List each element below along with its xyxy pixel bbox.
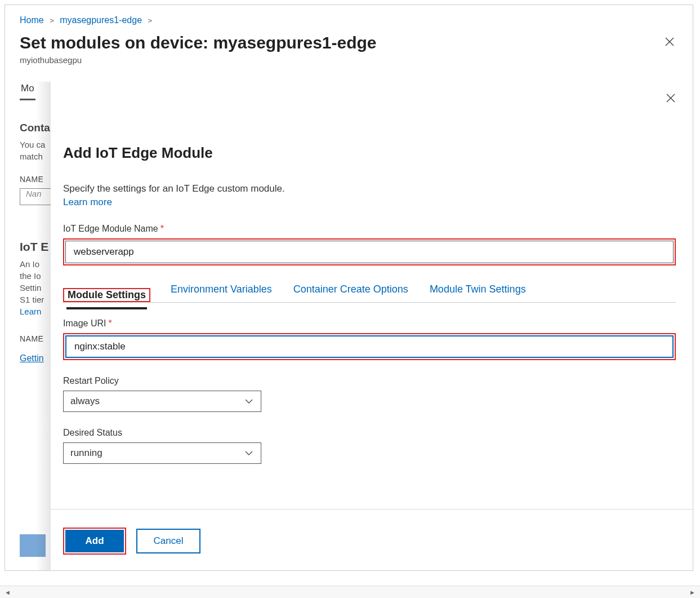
chevron-down-icon (244, 448, 254, 458)
add-module-panel: Add IoT Edge Module Specify the settings… (51, 82, 693, 571)
breadcrumb-home[interactable]: Home (20, 15, 44, 25)
required-indicator: * (108, 318, 112, 328)
breadcrumb-device[interactable]: myasegpures1-edge (60, 15, 142, 25)
panel-title: Add IoT Edge Module (63, 144, 676, 162)
module-name-highlight (63, 238, 676, 265)
desired-status-value: running (70, 448, 102, 459)
panel-shadow (35, 82, 51, 571)
tab-module-settings-highlight: Module Settings (63, 288, 150, 302)
image-uri-highlight (63, 333, 676, 360)
panel-footer: Add Cancel (51, 509, 693, 571)
scroll-right-arrow[interactable]: ► (687, 589, 698, 596)
restart-policy-label: Restart Policy (63, 376, 676, 386)
desired-status-label: Desired Status (63, 428, 676, 438)
module-name-input[interactable] (65, 241, 674, 263)
image-uri-input[interactable] (65, 335, 674, 358)
breadcrumb: Home > myasegpures1-edge > (5, 5, 693, 25)
close-page-button[interactable] (661, 33, 678, 53)
tab-environment-variables[interactable]: Environment Variables (170, 278, 273, 302)
add-button[interactable]: Add (65, 530, 124, 552)
add-button-highlight: Add (63, 528, 126, 555)
tab-container-create-options[interactable]: Container Create Options (292, 278, 409, 302)
chevron-right-icon: > (145, 16, 156, 25)
close-panel-button[interactable] (662, 90, 679, 109)
chevron-right-icon: > (46, 16, 57, 25)
image-uri-label: Image URI* (63, 318, 676, 329)
tab-module-settings[interactable]: Module Settings (66, 284, 147, 309)
chevron-down-icon (244, 396, 254, 406)
panel-tabs: Module Settings Environment Variables Co… (63, 278, 676, 303)
horizontal-scrollbar[interactable]: ◄ ► (0, 586, 700, 598)
scroll-left-arrow[interactable]: ◄ (2, 589, 13, 596)
cancel-button[interactable]: Cancel (136, 529, 200, 553)
module-name-label: IoT Edge Module Name* (63, 224, 676, 234)
close-icon (666, 93, 676, 103)
restart-policy-select[interactable]: always (63, 391, 261, 412)
page-title: Set modules on device: myasegpures1-edge (20, 33, 377, 52)
required-indicator: * (160, 224, 164, 233)
panel-description: Specify the settings for an IoT Edge cus… (63, 183, 676, 194)
learn-more-link[interactable]: Learn more (63, 197, 676, 208)
page-subtitle: myiothubasegpu (5, 53, 693, 65)
restart-policy-value: always (70, 396, 100, 407)
tab-module-twin-settings[interactable]: Module Twin Settings (429, 278, 527, 302)
close-icon (665, 37, 675, 47)
desired-status-select[interactable]: running (63, 442, 261, 464)
bg-tab-modules[interactable]: Mo (20, 78, 35, 100)
